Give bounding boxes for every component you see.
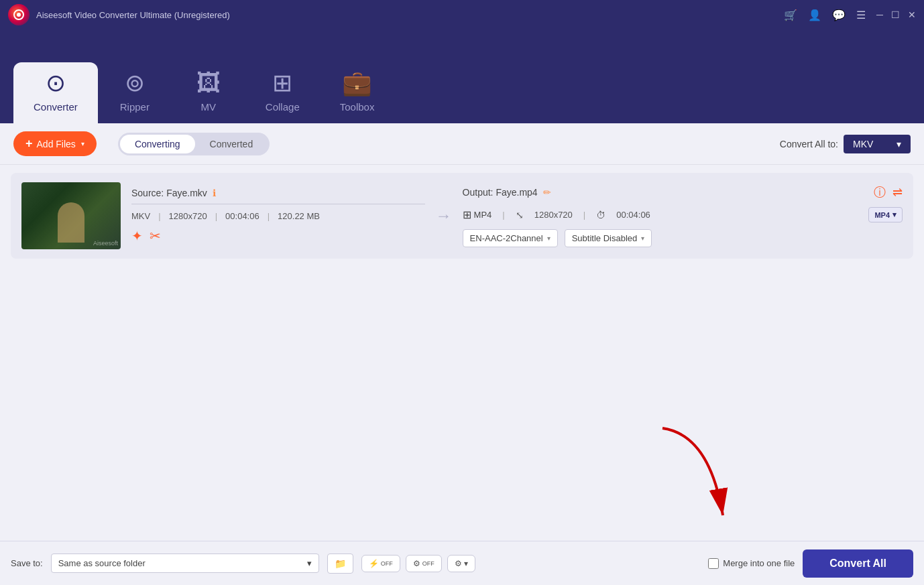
cart-icon[interactable]: 🛒: [784, 9, 797, 21]
converter-icon: ⊙: [46, 69, 66, 97]
meta-duration: 00:04:06: [225, 211, 259, 221]
browse-folder-button[interactable]: 📁: [327, 554, 353, 574]
output-format: MP4: [474, 210, 492, 220]
divider: [131, 204, 425, 204]
add-files-dropdown-arrow: ▾: [81, 140, 84, 147]
folder-dropdown[interactable]: Same as source folder ▾: [51, 554, 319, 573]
hardware-button[interactable]: ⚙ OFF: [406, 555, 442, 572]
info-icon[interactable]: ℹ: [213, 188, 216, 198]
logo-inner: [13, 9, 24, 20]
format-dropdown-arrow: ▾: [897, 139, 901, 149]
plus-icon: +: [25, 137, 33, 151]
nav-tabs: ⊙ Converter ⊚ Ripper 🖼 MV ⊞ Collage 💼 To…: [0, 29, 924, 123]
output-label: Output: Faye.mp4: [463, 187, 538, 198]
window-controls: ─ ☐ ✕: [876, 9, 916, 20]
folder-dropdown-arrow: ▾: [307, 558, 312, 568]
close-button[interactable]: ✕: [908, 9, 916, 20]
output-name: Output: Faye.mp4 ✏: [463, 187, 551, 198]
folder-path: Same as source folder: [58, 558, 146, 568]
settings-button[interactable]: ⚙ ▾: [447, 555, 475, 572]
output-settings-icon[interactable]: ⇌: [892, 185, 903, 200]
edit-icon[interactable]: ✏: [543, 187, 551, 198]
source-row: Source: Faye.mkv ℹ: [131, 188, 425, 198]
chat-icon[interactable]: 💬: [832, 9, 846, 21]
file-thumbnail: Aiseesoft: [21, 182, 121, 249]
merge-label: Merge into one file: [723, 558, 795, 568]
subtitle-label: Subtitle Disabled: [572, 233, 638, 243]
tab-collage[interactable]: ⊞ Collage: [245, 62, 320, 123]
audio-track-dropdown[interactable]: EN-AAC-2Channel ▾: [463, 229, 558, 247]
file-info: Source: Faye.mkv ℹ MKV | 1280x720 | 00:0…: [131, 188, 425, 244]
save-to-label: Save to:: [11, 558, 43, 568]
app-logo: [8, 4, 30, 25]
app-title: Aiseesoft Video Converter Ultimate (Unre…: [36, 10, 784, 20]
bottom-bar: Save to: Same as source folder ▾ 📁 ⚡ OFF…: [0, 541, 924, 585]
maximize-button[interactable]: ☐: [891, 9, 900, 20]
output-duration: 00:04:06: [616, 210, 650, 220]
convert-all-button[interactable]: Convert All: [803, 549, 913, 578]
thumbnail-watermark: Aiseesoft: [93, 240, 118, 247]
minimize-button[interactable]: ─: [876, 9, 883, 20]
file-meta: MKV | 1280x720 | 00:04:06 | 120.22 MB: [131, 211, 425, 221]
subtitle-dropdown[interactable]: Subtitle Disabled ▾: [565, 229, 652, 247]
tab-toolbox[interactable]: 💼 Toolbox: [320, 62, 395, 123]
output-controls: ⓘ ⇌: [874, 184, 903, 200]
bottom-icons: ⚡ OFF ⚙ OFF ⚙ ▾: [361, 555, 475, 572]
output-section: Output: Faye.mp4 ✏ ⓘ ⇌ ⊞ MP4 | ⤡ 128: [463, 184, 903, 247]
accelerate-button[interactable]: ⚡ OFF: [361, 555, 400, 572]
ripper-icon: ⊚: [125, 69, 145, 97]
resize-icon: ⤡: [516, 210, 524, 220]
tab-switcher: Converting Converted: [118, 133, 270, 155]
audio-track-arrow: ▾: [547, 235, 551, 242]
settings-icon: ⚙: [455, 559, 462, 568]
source-label: Source: Faye.mkv: [131, 188, 207, 198]
meta-size: 120.22 MB: [278, 211, 320, 221]
meta-format: MKV: [131, 211, 150, 221]
format-badge: ⊞ MP4: [463, 208, 492, 221]
merge-checkbox-section: Merge into one file: [708, 558, 795, 569]
clock-icon: ⏱: [596, 210, 605, 220]
file-item: Aiseesoft Source: Faye.mkv ℹ MKV | 1280x…: [11, 173, 913, 259]
output-details: ⊞ MP4 | ⤡ 1280x720 | ⏱ 00:04:06 MP4 ▾: [463, 207, 903, 222]
collage-icon: ⊞: [272, 69, 292, 97]
tab-ripper[interactable]: ⊚ Ripper: [98, 62, 172, 123]
converting-tab[interactable]: Converting: [120, 135, 195, 153]
toolbar: + Add Files ▾ Converting Converted Conve…: [0, 123, 924, 165]
output-header: Output: Faye.mp4 ✏ ⓘ ⇌: [463, 184, 903, 200]
mp4-label: MP4: [874, 211, 890, 219]
output-dropdowns: EN-AAC-2Channel ▾ Subtitle Disabled ▾: [463, 229, 903, 247]
file-actions: ✦ ✂: [131, 228, 425, 244]
mp4-format-badge[interactable]: MP4 ▾: [868, 207, 903, 222]
file-list: Aiseesoft Source: Faye.mkv ℹ MKV | 1280x…: [0, 165, 924, 541]
toolbox-icon: 💼: [342, 69, 372, 97]
output-resolution: 1280x720: [534, 210, 573, 220]
meta-resolution: 1280x720: [169, 211, 207, 221]
title-bar: Aiseesoft Video Converter Ultimate (Unre…: [0, 0, 924, 29]
format-grid-icon: ⊞: [463, 208, 471, 221]
convert-arrow: →: [436, 206, 452, 225]
folder-icon: 📁: [335, 558, 346, 569]
cut-icon[interactable]: ✂: [150, 228, 161, 244]
format-dropdown[interactable]: MKV ▾: [844, 135, 911, 153]
mv-icon: 🖼: [196, 69, 221, 97]
audio-track-label: EN-AAC-2Channel: [470, 233, 543, 243]
main-content: + Add Files ▾ Converting Converted Conve…: [0, 123, 924, 541]
convert-all-to-section: Convert All to: MKV ▾: [780, 135, 911, 153]
user-icon[interactable]: 👤: [808, 9, 821, 21]
menu-icon[interactable]: ☰: [856, 9, 866, 21]
hardware-icon: ⚙: [413, 559, 420, 568]
merge-checkbox[interactable]: [708, 558, 719, 569]
accelerate-icon: ⚡: [369, 559, 379, 568]
enhance-icon[interactable]: ✦: [131, 228, 143, 244]
tab-mv[interactable]: 🖼 MV: [172, 62, 245, 123]
title-bar-controls: 🛒 👤 💬 ☰: [784, 9, 866, 21]
tab-converter[interactable]: ⊙ Converter: [13, 62, 98, 123]
add-files-button[interactable]: + Add Files ▾: [13, 131, 97, 156]
converted-tab[interactable]: Converted: [195, 135, 268, 153]
subtitle-arrow: ▾: [641, 235, 644, 242]
output-info-icon[interactable]: ⓘ: [874, 184, 886, 200]
mp4-dropdown-arrow: ▾: [892, 210, 897, 219]
thumbnail-content: Aiseesoft: [21, 182, 121, 249]
settings-arrow: ▾: [464, 559, 468, 568]
